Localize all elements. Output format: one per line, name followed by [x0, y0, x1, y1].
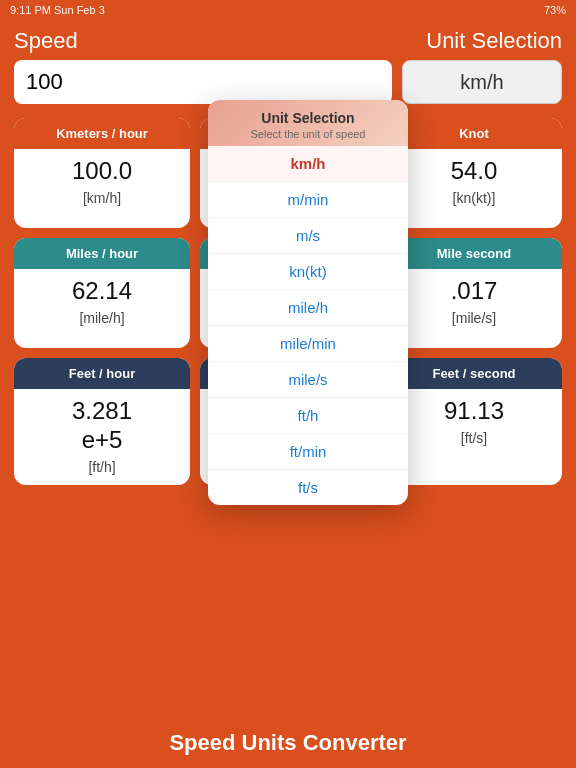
card-header-kmeters-hour: Kmeters / hour — [14, 118, 190, 149]
status-battery: 73% — [544, 4, 566, 16]
header-row: Speed Unit Selection — [14, 28, 562, 54]
dropdown-item-9[interactable]: ft/s — [208, 470, 408, 505]
card-unit-miles-second: [mile/s] — [452, 310, 496, 326]
unit-dropdown[interactable]: Unit Selection Select the unit of speed … — [208, 100, 408, 505]
dropdown-items-container: km/hm/minm/skn(kt)mile/hmile/minmile/sft… — [208, 146, 408, 505]
dropdown-header: Unit Selection Select the unit of speed — [208, 100, 408, 146]
card-unit-feet-second: [ft/s] — [461, 430, 487, 446]
speed-label: Speed — [14, 28, 78, 54]
unit-select-label: km/h — [460, 71, 503, 94]
dropdown-item-1[interactable]: m/min — [208, 182, 408, 218]
unit-selection-label: Unit Selection — [426, 28, 562, 54]
status-bar: 9:11 PM Sun Feb 3 73% — [0, 0, 576, 20]
card-header-miles-hour: Miles / hour — [14, 238, 190, 269]
card-value-miles-hour: 62.14 — [72, 277, 132, 306]
card-header-knot: Knot — [386, 118, 562, 149]
card-body-miles-hour: 62.14[mile/h] — [14, 269, 190, 336]
dropdown-title: Unit Selection — [222, 110, 394, 126]
dropdown-item-8[interactable]: ft/min — [208, 434, 408, 470]
card-value-feet-second: 91.13 — [444, 397, 504, 426]
card-knot: Knot54.0[kn(kt)] — [386, 118, 562, 228]
input-row: km/h — [14, 60, 562, 104]
speed-input[interactable] — [14, 60, 392, 104]
card-body-knot: 54.0[kn(kt)] — [386, 149, 562, 216]
card-header-feet-second: Feet / second — [386, 358, 562, 389]
unit-select-button[interactable]: km/h — [402, 60, 562, 104]
dropdown-item-3[interactable]: kn(kt) — [208, 254, 408, 290]
dropdown-item-5[interactable]: mile/min — [208, 326, 408, 362]
card-value-feet-hour: 3.281 e+5 — [72, 397, 132, 455]
card-feet-second: Feet / second91.13[ft/s] — [386, 358, 562, 485]
bottom-bar: Speed Units Converter — [0, 718, 576, 768]
card-miles-hour: Miles / hour62.14[mile/h] — [14, 238, 190, 348]
card-miles-second: Mile second.017[mile/s] — [386, 238, 562, 348]
card-value-kmeters-hour: 100.0 — [72, 157, 132, 186]
dropdown-subtitle: Select the unit of speed — [222, 128, 394, 140]
card-header-feet-hour: Feet / hour — [14, 358, 190, 389]
dropdown-item-7[interactable]: ft/h — [208, 398, 408, 434]
card-kmeters-hour: Kmeters / hour100.0[km/h] — [14, 118, 190, 228]
card-value-knot: 54.0 — [451, 157, 498, 186]
status-time: 9:11 PM Sun Feb 3 — [10, 4, 105, 16]
card-value-miles-second: .017 — [451, 277, 498, 306]
card-unit-knot: [kn(kt)] — [453, 190, 496, 206]
card-feet-hour: Feet / hour3.281 e+5[ft/h] — [14, 358, 190, 485]
card-unit-kmeters-hour: [km/h] — [83, 190, 121, 206]
card-header-miles-second: Mile second — [386, 238, 562, 269]
card-body-miles-second: .017[mile/s] — [386, 269, 562, 336]
dropdown-item-2[interactable]: m/s — [208, 218, 408, 254]
card-unit-miles-hour: [mile/h] — [79, 310, 124, 326]
card-body-feet-hour: 3.281 e+5[ft/h] — [14, 389, 190, 485]
card-body-feet-second: 91.13[ft/s] — [386, 389, 562, 456]
dropdown-item-0[interactable]: km/h — [208, 146, 408, 182]
dropdown-item-6[interactable]: mile/s — [208, 362, 408, 398]
dropdown-item-4[interactable]: mile/h — [208, 290, 408, 326]
app-title: Speed Units Converter — [169, 730, 406, 756]
card-body-kmeters-hour: 100.0[km/h] — [14, 149, 190, 216]
card-unit-feet-hour: [ft/h] — [88, 459, 115, 475]
